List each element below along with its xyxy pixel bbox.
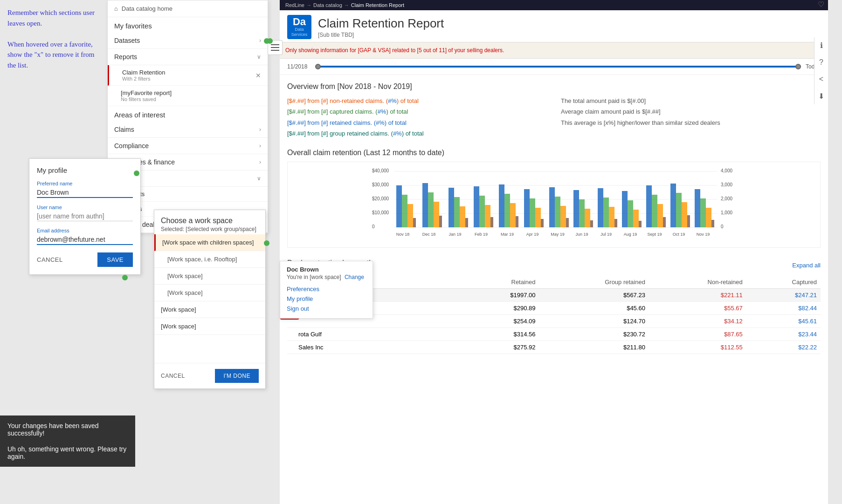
svg-rect-31 [479,196,485,227]
stat-retained: [$#.##] from [#] retained claims. (#%) o… [287,117,547,128]
workspace-item-5[interactable]: [Work space] [154,318,265,335]
svg-rect-30 [474,186,479,227]
breadcrumb-sep-2: → [344,2,349,8]
retained-cell: $1997.00 [464,288,539,301]
svg-rect-62 [633,210,639,227]
svg-text:$20,000: $20,000 [372,196,389,201]
date-range-bar: 11/2018 Today [280,59,828,75]
bar-chart: $40,000 $30,000 $20,000 $10,000 0 4,000 … [292,167,815,241]
breadcrumb-section[interactable]: Data catalog [313,2,342,8]
nav-reports[interactable]: Reports ∨ [108,49,268,65]
svg-rect-38 [516,216,518,227]
svg-text:Dec 18: Dec 18 [422,232,436,237]
workspace-text: You're in [work space] [287,274,341,280]
breadcrumb-sep-1: → [306,2,311,8]
svg-text:Feb 19: Feb 19 [475,232,488,237]
svg-rect-57 [609,207,614,227]
email-input[interactable] [37,235,133,245]
nav-sub-myfavorite[interactable]: [myFavorite report] No filters saved [108,86,268,106]
workspace-item-2[interactable]: [Work space] [154,268,265,285]
hamburger-line-3 [271,50,279,51]
svg-text:Jun 19: Jun 19 [575,232,588,237]
nav-compliance[interactable]: Compliance › [108,138,268,154]
my-profile-link[interactable]: My profile [287,294,366,304]
captured-val4: $22.22 [746,341,821,354]
workspace-done-button[interactable]: I'M DONE [215,369,259,383]
svg-rect-28 [465,218,468,227]
breadcrumb-brand[interactable]: RedLine [285,2,304,8]
svg-rect-56 [603,198,609,227]
close-icon[interactable]: ✕ [255,72,261,79]
heart-icon[interactable]: ♡ [818,0,824,9]
workspace-item-3[interactable]: [Work space] [154,285,265,301]
svg-rect-53 [590,220,593,227]
group-retained-val4: $211.80 [539,341,649,354]
workspace-item-0[interactable]: [Work space with children spaces] [154,234,265,251]
nav-claims[interactable]: Claims › [108,122,268,138]
slider-thumb-left[interactable] [315,64,321,69]
workspace-cancel-button[interactable]: CANCEL [161,373,185,379]
svg-text:Jan 19: Jan 19 [449,232,461,237]
retained-val4: $275.92 [464,341,539,354]
nav-home-label[interactable]: Data catalog home [122,5,173,12]
profile-actions: CANCEL SAVE [37,252,133,267]
svg-rect-68 [663,217,666,227]
table-row: rota Gulf $314.56 $230.72 $87.65 $23.44 [287,327,821,341]
download-icon[interactable]: ⬇ [818,92,824,101]
connector-dot-7 [122,275,128,280]
preferred-name-input[interactable] [37,188,133,198]
svg-rect-33 [490,217,493,227]
report-header: Da Data Services Claim Retention Report … [280,10,828,42]
connector-dot-2 [267,38,273,44]
group-retained-cell: $567.23 [539,288,649,301]
connector-dot-6 [134,170,139,176]
svg-rect-45 [549,187,555,227]
expand-all-button[interactable]: Expand all [792,262,821,269]
svg-rect-46 [555,197,560,227]
workspace-item-4[interactable]: [Work space] [154,301,265,318]
slider-thumb-right[interactable] [795,64,801,69]
nav-panel-header[interactable]: ⌂ Data catalog home [108,0,268,17]
overview-title: Overview from [Nov 2018 - Nov 2019] [287,82,821,91]
svg-rect-32 [485,205,490,227]
svg-rect-26 [454,197,460,227]
nav-sub-claim-retention[interactable]: Claim Retention With 2 filters ✕ [108,65,268,86]
report-area: RedLine → Data catalog → Claim Retention… [280,0,828,504]
email-label: Email address [37,228,133,233]
group-retained-val: $45.60 [539,301,649,314]
svg-rect-58 [614,219,617,227]
svg-rect-41 [530,198,535,227]
date-start: 11/2018 [287,63,311,70]
non-retained-val3: $87.65 [649,327,746,341]
svg-rect-65 [646,185,652,227]
preferences-link[interactable]: Preferences [287,284,366,294]
svg-rect-63 [639,221,642,227]
svg-rect-22 [434,202,439,227]
retained-val2: $254.09 [464,314,539,327]
workspace-item-1[interactable]: [Work space, i.e. Rooftop] [154,251,265,268]
sign-out-link[interactable]: Sign out [287,304,366,313]
share-icon[interactable]: < [819,75,823,83]
workspace-change-link[interactable]: Change [345,274,364,280]
date-slider[interactable] [315,66,801,68]
profile-save-button[interactable]: SAVE [97,252,133,267]
user-workspace-text: You're in [work space] Change [287,274,366,280]
profile-cancel-button[interactable]: CANCEL [37,256,63,263]
username-field: User name [37,204,133,221]
svg-text:2,000: 2,000 [721,196,732,201]
breadcrumb-bar: RedLine → Data catalog → Claim Retention… [280,0,828,10]
help-icon[interactable]: ? [819,58,823,67]
svg-text:$30,000: $30,000 [372,182,389,187]
username-input[interactable] [37,211,133,221]
svg-text:Apr 19: Apr 19 [526,232,539,237]
workspace-actions: CANCEL I'M DONE [154,363,265,388]
svg-text:May 19: May 19 [551,232,565,237]
info-icon[interactable]: ℹ [820,41,823,50]
svg-rect-52 [585,209,590,227]
profile-panel-title: My profile [37,166,133,174]
svg-text:Nov 19: Nov 19 [697,232,710,237]
group-retained-val2: $124.70 [539,314,649,327]
chevron-right-icon: › [259,37,261,44]
nav-datasets[interactable]: Datasets › [108,33,268,49]
sub-item-sublabel-0: With 2 filters [122,76,166,82]
